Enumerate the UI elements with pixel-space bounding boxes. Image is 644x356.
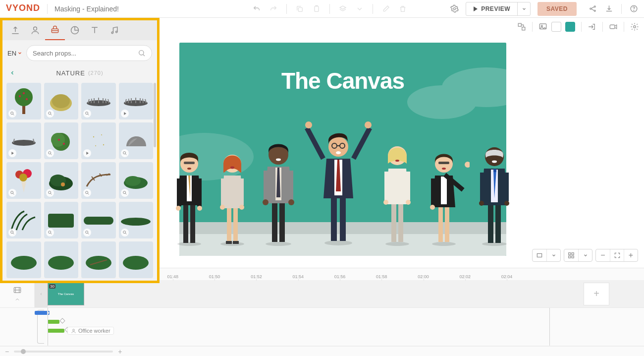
svg-point-53 bbox=[86, 231, 88, 234]
search-input[interactable] bbox=[33, 50, 138, 57]
prop-bush-b[interactable] bbox=[44, 241, 79, 278]
zoom-icon[interactable] bbox=[46, 229, 54, 237]
play-icon[interactable] bbox=[8, 149, 16, 157]
zoom-out-icon[interactable]: − bbox=[5, 348, 9, 356]
camera-icon[interactable] bbox=[609, 22, 618, 31]
tab-character[interactable] bbox=[25, 20, 45, 40]
ruler-tick: 01:58 bbox=[376, 274, 387, 279]
zoom-icon[interactable] bbox=[46, 149, 54, 157]
download-icon[interactable] bbox=[605, 4, 613, 13]
tab-text[interactable] bbox=[85, 20, 105, 40]
settings-gear-icon[interactable] bbox=[450, 4, 459, 13]
category-header: NATURE (270) bbox=[2, 66, 157, 80]
trash-icon[interactable] bbox=[399, 5, 407, 13]
prop-bush-a[interactable] bbox=[6, 241, 41, 278]
zoom-icon[interactable] bbox=[121, 189, 129, 197]
replace-icon[interactable] bbox=[517, 22, 526, 31]
tab-props[interactable] bbox=[45, 20, 65, 40]
search-icon bbox=[138, 49, 146, 57]
language-selector[interactable]: EN bbox=[7, 50, 22, 57]
prop-sparkle[interactable] bbox=[81, 122, 116, 159]
swatch-white[interactable] bbox=[551, 22, 561, 32]
canvas-floor bbox=[179, 222, 506, 256]
play-icon[interactable] bbox=[83, 149, 91, 157]
zoom-out-icon[interactable]: − bbox=[596, 249, 610, 261]
svg-rect-64 bbox=[610, 25, 615, 29]
back-icon[interactable] bbox=[9, 70, 15, 76]
svg-point-5 bbox=[594, 10, 595, 11]
layers-icon[interactable] bbox=[339, 5, 347, 13]
play-icon[interactable] bbox=[121, 110, 129, 118]
prop-bush-d[interactable] bbox=[119, 241, 154, 278]
prop-trap-2[interactable] bbox=[119, 83, 154, 119]
redo-icon[interactable] bbox=[269, 5, 277, 13]
zoom-slider[interactable] bbox=[14, 351, 113, 353]
prop-hedge-low[interactable] bbox=[119, 202, 154, 238]
zoom-icon[interactable] bbox=[83, 189, 91, 197]
zoom-icon[interactable] bbox=[8, 110, 16, 118]
layer-tracks[interactable]: Office worker bbox=[0, 308, 644, 346]
svg-point-35 bbox=[95, 145, 96, 146]
prop-hedge-block[interactable] bbox=[44, 202, 79, 238]
zoom-in-icon[interactable]: + bbox=[118, 348, 122, 356]
prop-bush-yellow[interactable] bbox=[44, 83, 79, 119]
zoom-icon[interactable] bbox=[121, 149, 129, 157]
svg-point-67 bbox=[407, 85, 477, 119]
swatch-teal[interactable] bbox=[565, 22, 575, 32]
prop-branch[interactable] bbox=[81, 162, 116, 199]
zoom-icon[interactable] bbox=[8, 189, 16, 197]
zoom-icon[interactable] bbox=[46, 189, 54, 197]
fit-icon[interactable] bbox=[610, 249, 624, 261]
chevron-down-icon[interactable] bbox=[356, 5, 364, 13]
prop-trap-3[interactable] bbox=[6, 122, 41, 159]
view-grid-icon[interactable] bbox=[564, 249, 578, 261]
background-image-icon[interactable] bbox=[538, 22, 547, 31]
ruler-tick: 02:00 bbox=[418, 274, 429, 279]
svg-rect-52 bbox=[84, 217, 113, 225]
gear-icon[interactable] bbox=[630, 22, 639, 31]
zoom-icon[interactable] bbox=[83, 110, 91, 118]
zoom-icon[interactable] bbox=[83, 229, 91, 237]
undo-icon[interactable] bbox=[253, 5, 261, 13]
svg-point-33 bbox=[101, 134, 102, 135]
scrollbar[interactable] bbox=[154, 83, 156, 147]
zoom-icon[interactable] bbox=[121, 229, 129, 237]
preview-button[interactable]: PREVIEW bbox=[466, 2, 517, 15]
prop-rock[interactable] bbox=[119, 122, 154, 159]
copy-icon[interactable] bbox=[296, 5, 304, 13]
search-props[interactable] bbox=[26, 45, 152, 61]
chevron-down-icon[interactable] bbox=[546, 249, 560, 261]
scene-thumbnail[interactable]: 30 The Canvas bbox=[48, 283, 84, 305]
svg-rect-146 bbox=[572, 256, 574, 258]
saved-badge: SAVED bbox=[537, 2, 577, 16]
zoom-icon[interactable] bbox=[8, 229, 16, 237]
tab-audio[interactable] bbox=[105, 20, 124, 40]
prop-fern[interactable] bbox=[6, 202, 41, 238]
canvas[interactable]: The Canvas bbox=[179, 43, 506, 256]
eraser-icon[interactable] bbox=[382, 5, 390, 13]
zoom-icon[interactable] bbox=[46, 110, 54, 118]
share-icon[interactable] bbox=[589, 4, 597, 13]
help-icon[interactable] bbox=[630, 4, 638, 13]
prop-trap-1[interactable] bbox=[81, 83, 116, 119]
add-scene-button[interactable]: + bbox=[584, 283, 609, 305]
tab-upload[interactable] bbox=[5, 20, 25, 40]
zoom-in-icon[interactable]: + bbox=[624, 249, 638, 261]
prop-bouquet[interactable] bbox=[6, 162, 41, 199]
track-handle-left[interactable] bbox=[35, 280, 48, 307]
enter-icon[interactable] bbox=[588, 22, 596, 31]
project-title[interactable]: Masking - Explained! bbox=[54, 5, 119, 13]
prop-bush-round[interactable] bbox=[44, 122, 79, 159]
prop-bush-small[interactable] bbox=[119, 162, 154, 199]
scenes-icon[interactable] bbox=[13, 286, 22, 295]
paste-icon[interactable] bbox=[313, 5, 321, 13]
chevron-down-icon[interactable] bbox=[578, 249, 592, 261]
view-single-icon[interactable] bbox=[533, 249, 546, 261]
prop-shrub-dark[interactable] bbox=[44, 162, 79, 199]
collapse-icon[interactable] bbox=[14, 297, 20, 302]
prop-tree[interactable] bbox=[6, 83, 41, 119]
prop-hedge-long[interactable] bbox=[81, 202, 116, 238]
preview-dropdown[interactable] bbox=[517, 2, 530, 15]
prop-bush-c[interactable] bbox=[81, 241, 116, 278]
tab-chart[interactable] bbox=[65, 20, 85, 40]
